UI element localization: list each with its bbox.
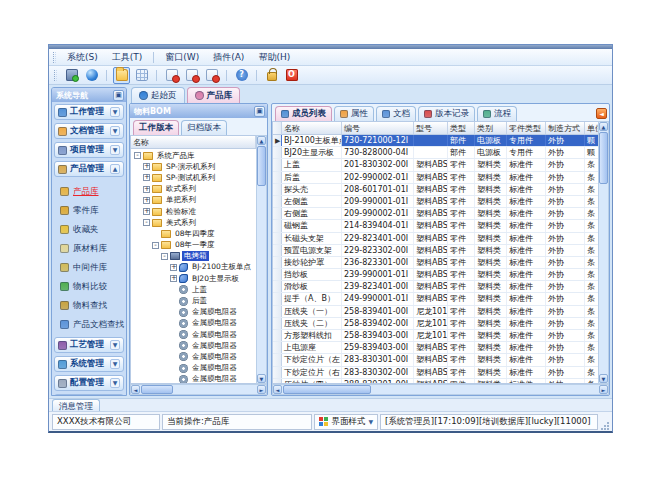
sidebar-section-4[interactable]: 产品管理▲ — [54, 161, 124, 177]
tree-item[interactable]: 金属膜电阻器 — [131, 351, 256, 362]
menu-drag-grip[interactable] — [53, 52, 56, 63]
table-horizontal-scrollbar[interactable]: ◄ ► — [272, 384, 609, 395]
table-row[interactable]: 长磁头支架229-823401-00I塑料ABS零件塑料类标准件外协条 — [273, 233, 598, 245]
table-row[interactable]: ▶BJ-2100主板单点730-721000-12I部件电源板专用件外协颗 — [273, 135, 598, 147]
tree-scroll-down-button[interactable]: ▼ — [257, 374, 266, 383]
tree-item[interactable]: 上盖 — [131, 284, 256, 295]
tree-item[interactable]: 金属膜电阻器 — [131, 374, 256, 383]
table-row[interactable]: 左侧盖209-990001-01I塑料ABS零件塑料类标准件外协条 — [273, 196, 598, 208]
bom-collapse-button[interactable]: ▣ — [254, 106, 265, 117]
table-row[interactable]: BJ20主显示板730-828000-04I部件电源板专用件外协颗 — [273, 147, 598, 159]
table-row[interactable]: 上盖201-830302-00I塑料ABS零件塑料类标准件外协条 — [273, 159, 598, 171]
tree-item[interactable]: -系统产品库 — [131, 150, 256, 161]
table-row[interactable]: 挡纱板239-990001-01I塑料ABS零件塑料类标准件外协条 — [273, 269, 598, 281]
sidebar-section-2[interactable]: 文档管理▼ — [54, 123, 124, 139]
tab-工作版本[interactable]: 工作版本 — [133, 120, 179, 135]
tab-产品库[interactable]: 产品库 — [187, 87, 241, 103]
sidebar-collapse-button[interactable]: ▣ — [113, 90, 124, 101]
table-row[interactable]: 右侧盖209-990002-01I塑料ABS零件塑料类标准件外协条 — [273, 208, 598, 220]
column-header-零件类型[interactable]: 零件类型 — [507, 122, 546, 134]
tab-属性[interactable]: 属性 — [334, 106, 374, 121]
lock-button[interactable] — [263, 67, 280, 84]
tree-expander[interactable]: + — [143, 174, 150, 181]
tree-horizontal-scrollbar[interactable]: ◄ ► — [130, 384, 267, 395]
table-row[interactable]: 下纱定位片（右）283-830302-00I塑料ABS零件塑料类标准件外协条 — [273, 367, 598, 379]
tree-item[interactable]: +单把系列 — [131, 195, 256, 206]
sidebar-item-零件库[interactable]: 零件库 — [60, 201, 124, 220]
chevron-down-icon[interactable]: ▼ — [110, 107, 120, 117]
table-row[interactable]: 接纱轮护罩236-823301-00I塑料ABS零件塑料类标准件外协条 — [273, 257, 598, 269]
tab-起始页[interactable]: 起始页 — [131, 87, 185, 103]
tree-item[interactable]: -电烤箱 — [131, 251, 256, 262]
table-scroll-down-button[interactable]: ▼ — [599, 374, 608, 383]
tree-expander[interactable]: + — [143, 208, 150, 215]
table-row[interactable]: 后盖202-990002-01I塑料ABS零件塑料类标准件外协条 — [273, 172, 598, 184]
table-scroll-up-button[interactable]: ▲ — [599, 122, 608, 131]
resize-grip[interactable] — [600, 421, 609, 430]
data-grid-button[interactable] — [133, 67, 150, 84]
tree-item[interactable]: +欧式系列 — [131, 184, 256, 195]
workspace-button[interactable] — [63, 67, 80, 84]
tree-horizontal-thumb[interactable] — [141, 385, 173, 394]
tree-expander[interactable]: + — [143, 197, 150, 204]
tab-归档版本[interactable]: 归档版本 — [181, 120, 227, 135]
menu-item-3[interactable]: 窗口(W) — [159, 50, 205, 65]
tree-expander[interactable]: - — [143, 219, 150, 226]
table-row[interactable]: 压线夹（二）258-839402-00I尼龙1010零件塑料类标准件外协条 — [273, 318, 598, 330]
sidebar-item-原材料库[interactable]: 原材料库 — [60, 239, 124, 258]
tree-expander[interactable]: - — [152, 242, 159, 249]
column-header-型号[interactable]: 型号 — [414, 122, 448, 134]
tree-expander[interactable]: - — [161, 253, 168, 260]
chevron-up-icon[interactable]: ▲ — [110, 164, 120, 174]
ui-style-dropdown[interactable]: 界面样式 ▼ — [314, 414, 378, 430]
tree-item[interactable]: 金属膜电阻器 — [131, 340, 256, 351]
tree-item[interactable]: +SP-测试机系列 — [131, 172, 256, 183]
tree-item[interactable]: -美式系列 — [131, 217, 256, 228]
exit-button[interactable]: O — [283, 67, 300, 84]
tree-expander[interactable]: + — [143, 163, 150, 170]
tree-scroll-left-button[interactable]: ◄ — [131, 385, 140, 394]
table-scroll-left-button[interactable]: ◄ — [273, 385, 282, 394]
table-row[interactable]: 预置电源支架229-823302-00I塑料ABS零件塑料类标准件外协条 — [273, 245, 598, 257]
tree-item[interactable]: 后盖 — [131, 295, 256, 306]
tree-vertical-thumb[interactable] — [257, 146, 266, 186]
sidebar-section-1[interactable]: 工作管理▼ — [54, 104, 124, 120]
sidebar-item-物料比较[interactable]: 物料比较 — [60, 277, 124, 296]
tree-item[interactable]: 08年四季度 — [131, 228, 256, 239]
sidebar-item-物料查找[interactable]: 物料查找 — [60, 296, 124, 315]
tree-item[interactable]: 金属膜电阻器 — [131, 318, 256, 329]
tree-column-header[interactable]: 名称 — [131, 136, 256, 149]
chevron-down-icon[interactable]: ▼ — [110, 359, 120, 369]
sidebar-section-7[interactable]: 配置管理▼ — [54, 375, 124, 391]
table-row[interactable]: 提手（A、B）249-990001-01I塑料ABS零件塑料类标准件外协条 — [273, 293, 598, 305]
message-manager-tab[interactable]: 消息管理 — [52, 399, 100, 411]
tab-流程[interactable]: 流程 — [477, 106, 517, 121]
network-button[interactable] — [83, 67, 100, 84]
table-row[interactable]: 压纱片（圆）288-830301-00I塑料ABS零件塑料类标准件外协条 — [273, 379, 598, 383]
tree-item[interactable]: +BJ-2100主板单点 — [131, 262, 256, 273]
table-row[interactable]: 磁钢盖214-839404-01I塑料ABS零件塑料类标准件外协条 — [273, 220, 598, 232]
help-button[interactable]: ? — [233, 67, 250, 84]
column-header-名称[interactable]: 名称 — [282, 122, 342, 134]
sidebar-item-产品文档查找[interactable]: 产品文档查找 — [60, 315, 124, 334]
tree-expander[interactable]: + — [170, 275, 177, 282]
tree-scroll-up-button[interactable]: ▲ — [257, 136, 266, 145]
tree-item[interactable]: +SP-演示机系列 — [131, 161, 256, 172]
table-row[interactable]: 上电源座259-839403-00I塑料ABS零件塑料类标准件外协条 — [273, 342, 598, 354]
sidebar-section-5[interactable]: 工艺管理▼ — [54, 337, 124, 353]
column-header-单位[interactable]: 单位 — [585, 122, 598, 134]
tree-item[interactable]: +检验标准 — [131, 206, 256, 217]
menu-item-4[interactable]: 插件(A) — [207, 50, 250, 65]
table-row[interactable]: 探头壳208-601701-01I塑料ABS零件塑料类标准件外协条 — [273, 184, 598, 196]
tree-vertical-scrollbar[interactable]: ▲ ▼ — [256, 135, 267, 384]
column-header-制造方式[interactable]: 制造方式 — [546, 122, 585, 134]
column-header-编号[interactable]: 编号 — [342, 122, 414, 134]
tree-expander[interactable]: + — [143, 186, 150, 193]
column-header-类别[interactable]: 类别 — [475, 122, 507, 134]
report-open-button[interactable] — [183, 67, 200, 84]
table-row[interactable]: 方形塑料线扣258-839403-00I尼龙1010零件塑料类标准件外协条 — [273, 330, 598, 342]
tree-name-column[interactable]: 名称 — [131, 136, 256, 148]
sidebar-section-6[interactable]: 系统管理▼ — [54, 356, 124, 372]
table-row[interactable]: 滑纱板239-823401-00I塑料ABS零件塑料类标准件外协条 — [273, 281, 598, 293]
sidebar-section-8[interactable]: SP扩展功能▼ — [54, 394, 124, 395]
